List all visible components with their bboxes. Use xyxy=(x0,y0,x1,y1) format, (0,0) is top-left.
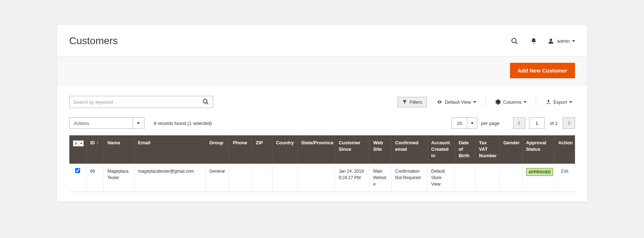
bell-icon xyxy=(530,38,537,44)
col-header-vat[interactable]: Tax VAT Number xyxy=(475,135,500,164)
search-input-wrap xyxy=(69,96,213,108)
cell-name: Mageplaza Tester xyxy=(104,164,134,192)
chevron-down-icon xyxy=(572,40,575,42)
svg-line-4 xyxy=(206,102,208,104)
col-header-group[interactable]: Group xyxy=(206,135,229,164)
cell-state xyxy=(297,164,335,192)
col-header-gender[interactable]: Gender xyxy=(500,135,522,164)
cell-phone xyxy=(229,164,252,192)
cell-group: General xyxy=(206,164,229,192)
gear-icon xyxy=(495,99,501,105)
search-input[interactable] xyxy=(73,99,200,105)
page-of-text: of 1 xyxy=(550,121,558,126)
records-found-text: 9 records found (1 selected) xyxy=(154,121,212,126)
cell-gender xyxy=(500,164,522,192)
col-header-site[interactable]: Web Site xyxy=(369,135,391,164)
current-page-input[interactable] xyxy=(529,117,545,129)
per-page-label: per page xyxy=(481,121,499,126)
cell-confirmed: Confirmation Not Required xyxy=(391,164,427,192)
status-badge: APPROVED xyxy=(526,168,553,176)
cell-since: Jan 24, 2019 9:24:27 PM xyxy=(335,164,369,192)
actions-caret xyxy=(133,118,144,129)
user-menu[interactable]: admin xyxy=(548,38,575,44)
per-page-value: 20 xyxy=(452,118,467,129)
svg-point-2 xyxy=(550,39,552,41)
svg-point-3 xyxy=(203,99,207,103)
chevron-down-icon xyxy=(569,101,572,103)
export-dropdown[interactable]: Export xyxy=(543,97,575,107)
search-submit-button[interactable] xyxy=(202,98,209,106)
col-header-name[interactable]: Name xyxy=(104,135,134,164)
chevron-down-icon xyxy=(473,101,476,103)
page-title: Customers xyxy=(69,35,118,47)
search-icon xyxy=(511,37,518,45)
col-header-account-in[interactable]: Account Created in xyxy=(427,135,455,164)
cell-zip xyxy=(252,164,272,192)
cell-id: 66 xyxy=(86,164,104,192)
chevron-down-icon xyxy=(524,101,526,103)
customers-table: ID↑ Name Email Group Phone ZIP Country S… xyxy=(69,135,575,192)
export-icon xyxy=(546,99,551,105)
col-header-email[interactable]: Email xyxy=(134,135,206,164)
col-header-action: Action xyxy=(555,135,575,164)
actions-dropdown[interactable]: Actions xyxy=(69,117,144,129)
search-icon xyxy=(202,98,209,105)
col-header-id[interactable]: ID↑ xyxy=(86,135,104,164)
per-page-caret xyxy=(467,118,477,129)
per-page-dropdown[interactable]: 20 xyxy=(451,117,477,129)
default-view-label: Default View xyxy=(445,99,471,105)
svg-line-1 xyxy=(516,42,517,44)
cell-approval: APPROVED xyxy=(522,164,554,192)
col-header-phone[interactable]: Phone xyxy=(229,135,252,164)
filters-button[interactable]: Filters xyxy=(397,97,427,107)
col-header-state[interactable]: State/Province xyxy=(297,135,335,164)
cell-account-in: Default Store View xyxy=(427,164,455,192)
col-header-approval[interactable]: Approval Status xyxy=(522,135,554,164)
col-header-dob[interactable]: Date of Birth xyxy=(455,135,475,164)
col-header-zip[interactable]: ZIP xyxy=(252,135,272,164)
cell-site: Main Website xyxy=(369,164,391,192)
cell-dob xyxy=(455,164,475,192)
add-new-customer-button[interactable]: Add New Customer xyxy=(510,63,575,78)
edit-link[interactable]: Edit xyxy=(561,169,569,174)
user-name-label: admin xyxy=(557,38,570,44)
actions-label: Actions xyxy=(70,118,133,129)
svg-point-5 xyxy=(439,102,440,102)
next-page-button[interactable] xyxy=(563,117,575,129)
svg-point-0 xyxy=(512,38,516,43)
default-view-dropdown[interactable]: Default View xyxy=(433,97,479,107)
col-header-country[interactable]: Country xyxy=(272,135,297,164)
table-row[interactable]: 66 Mageplaza Tester mageplazatester@gmai… xyxy=(69,164,575,192)
prev-page-button[interactable] xyxy=(513,117,525,129)
row-checkbox[interactable] xyxy=(75,168,80,173)
col-header-confirmed[interactable]: Confirmed email xyxy=(391,135,427,164)
funnel-icon xyxy=(402,99,407,104)
chevron-left-icon xyxy=(518,121,521,125)
filters-label: Filters xyxy=(409,99,422,105)
export-label: Export xyxy=(553,99,567,105)
select-all-control[interactable] xyxy=(73,140,84,146)
columns-dropdown[interactable]: Columns xyxy=(492,97,529,107)
user-icon xyxy=(548,38,554,44)
cell-country xyxy=(272,164,297,192)
divider xyxy=(536,98,536,106)
chevron-right-icon xyxy=(567,121,570,125)
columns-label: Columns xyxy=(503,99,521,105)
sort-asc-icon: ↑ xyxy=(96,140,99,146)
divider xyxy=(486,98,486,106)
global-search-button[interactable] xyxy=(509,36,520,46)
notifications-button[interactable] xyxy=(529,36,538,46)
eye-icon xyxy=(436,99,443,104)
col-header-since[interactable]: Customer Since xyxy=(335,135,369,164)
cell-vat xyxy=(475,164,500,192)
cell-email: mageplazatester@gmail.com xyxy=(134,164,206,192)
